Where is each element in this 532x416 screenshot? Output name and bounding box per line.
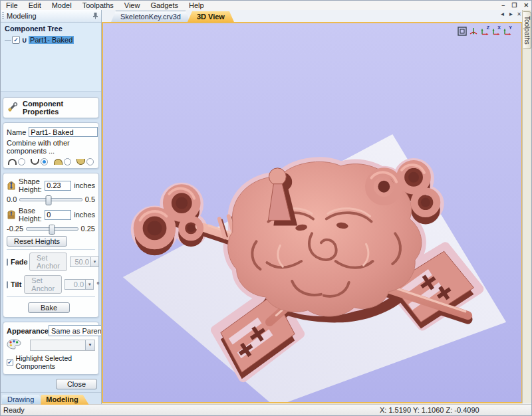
tree-connector	[5, 40, 11, 41]
tilt-label: Tilt	[11, 280, 21, 288]
zoom-extents-icon[interactable]	[458, 26, 467, 36]
bake-button[interactable]: Bake	[28, 302, 70, 313]
shape-height-slider: 0.0 0.5	[7, 195, 95, 203]
combine-add-option[interactable]	[8, 158, 25, 165]
menu-toolpaths[interactable]: Toolpaths	[77, 1, 119, 10]
fade-spinner[interactable]: 50.0 ▼	[70, 257, 99, 267]
combine-merge-low-option[interactable]	[76, 158, 94, 165]
color-dropdown-icon[interactable]: ▼	[85, 340, 94, 350]
panel-title: Modeling	[7, 12, 92, 20]
base-height-label: Base Height:	[19, 207, 42, 223]
divider	[7, 296, 95, 297]
fade-checkbox[interactable]	[7, 259, 8, 266]
combine-add-icon	[8, 159, 17, 165]
fade-dropdown-icon[interactable]: ▼	[90, 257, 98, 266]
name-label: Name	[7, 128, 26, 136]
combine-subtract-option[interactable]	[31, 158, 48, 165]
tree-item-label[interactable]: Part1- Baked	[29, 36, 74, 44]
application-window: File Edit Model Toolpaths View Gadgets H…	[0, 0, 532, 416]
menu-view[interactable]: View	[119, 1, 146, 10]
base-height-thumb[interactable]	[49, 225, 55, 235]
tab-scroll-left-icon[interactable]: ◄	[499, 11, 505, 17]
x-view-icon[interactable]: X	[491, 26, 501, 36]
appearance-select[interactable]: Same as Parent ▼	[49, 325, 101, 336]
fade-label: Fade	[11, 258, 27, 266]
base-height-max: 0.25	[81, 225, 95, 233]
base-height-min: -0.25	[7, 225, 23, 233]
tree-item-part1[interactable]: ✓ ∪ Part1- Baked	[5, 35, 97, 45]
status-bar: Ready X: 1.5190 Y: 1.1060 Z: -0.4090	[1, 404, 531, 415]
tab-modeling[interactable]: Modeling	[41, 395, 88, 405]
right-dock-strip: Toolpaths	[522, 10, 531, 403]
shape-height-icon	[7, 179, 16, 191]
tab-close-icon[interactable]: ✕	[517, 11, 521, 17]
tab-drawing[interactable]: Drawing	[2, 395, 45, 405]
combine-merge-high-option[interactable]	[54, 158, 71, 165]
tab-scroll-right-icon[interactable]: ►	[508, 11, 513, 17]
shape-height-units: inches	[74, 181, 95, 189]
tilt-set-anchor-button[interactable]: Set Anchor	[24, 275, 62, 294]
pin-icon[interactable]	[92, 12, 98, 21]
menu-gadgets[interactable]: Gadgets	[145, 1, 184, 10]
wrench-icon	[7, 101, 19, 114]
shape-height-field[interactable]	[45, 181, 71, 191]
skeleton-key-3d-model	[103, 23, 521, 402]
z-view-label: Z	[487, 25, 489, 31]
combine-subtract-icon	[31, 159, 39, 165]
highlight-checkbox[interactable]: ✓	[7, 359, 13, 366]
color-select[interactable]: ▼	[30, 340, 95, 351]
close-button[interactable]: Close	[56, 379, 97, 389]
tilt-spinner[interactable]: 0.0 ▼	[65, 279, 94, 290]
heights-box: Shape Height: inches 0.0 0.5 Base Height…	[3, 173, 99, 318]
tilt-unit: °	[96, 280, 99, 288]
menu-help[interactable]: Help	[184, 1, 209, 10]
menu-file[interactable]: File	[1, 1, 23, 10]
combine-merge-high-icon	[54, 159, 63, 165]
fade-set-anchor-button[interactable]: Set Anchor	[29, 253, 67, 271]
combine-mode-icon: ∪	[22, 36, 27, 45]
combine-merge-high-radio[interactable]	[64, 158, 71, 165]
combine-subtract-radio[interactable]	[41, 158, 48, 165]
menu-model[interactable]: Model	[47, 1, 77, 10]
shape-height-min: 0.0	[7, 195, 17, 203]
view-toolbar: Z X Y	[458, 26, 512, 36]
menu-edit[interactable]: Edit	[23, 1, 47, 10]
y-view-icon[interactable]: Y	[503, 26, 512, 36]
combine-add-radio[interactable]	[18, 158, 25, 165]
y-view-label: Y	[509, 25, 512, 31]
tree-item-checkbox[interactable]: ✓	[12, 36, 20, 44]
panel-header: Modeling	[1, 10, 101, 23]
properties-area: Component Properties Name Combine with o…	[1, 92, 101, 392]
modeling-panel: Modeling Component Tree ✓ ∪ Part1- Baked…	[1, 10, 102, 405]
tilt-checkbox[interactable]	[7, 281, 8, 288]
shape-height-thumb[interactable]	[45, 195, 51, 205]
restore-button[interactable]: ❐	[511, 2, 517, 9]
base-height-field[interactable]	[45, 210, 71, 220]
close-window-button[interactable]: ✕	[523, 2, 529, 9]
reset-heights-button[interactable]: Reset Heights	[7, 236, 67, 247]
toolpaths-tab[interactable]: Toolpaths	[523, 11, 531, 49]
combine-merge-low-icon	[76, 159, 85, 165]
isometric-view-icon[interactable]	[469, 26, 478, 36]
menu-bar: File Edit Model Toolpaths View Gadgets H…	[1, 1, 531, 11]
component-tree: Component Tree ✓ ∪ Part1- Baked	[1, 23, 101, 92]
window-controls: – ❐ ✕	[501, 1, 529, 10]
x-view-label: X	[497, 25, 501, 31]
palette-icon	[7, 339, 21, 351]
component-tree-header: Component Tree	[5, 25, 97, 33]
name-field[interactable]	[29, 127, 98, 137]
tab-file[interactable]: SkeletonKey.crv3d	[111, 11, 190, 22]
drag-grip[interactable]	[2, 12, 4, 20]
base-height-track[interactable]	[26, 227, 78, 231]
minimize-button[interactable]: –	[501, 2, 505, 9]
z-view-icon[interactable]: Z	[480, 26, 489, 36]
cursor-coordinates: X: 1.5190 Y: 1.1060 Z: -0.4090	[380, 406, 479, 414]
tilt-dropdown-icon[interactable]: ▼	[85, 280, 93, 289]
shape-height-track[interactable]	[19, 198, 82, 201]
viewport-3d[interactable]: Z X Y	[102, 22, 523, 403]
divider	[7, 249, 95, 250]
tab-navigation: ◄ ► ✕	[499, 11, 521, 17]
tab-3d-view[interactable]: 3D View	[188, 11, 234, 22]
fade-value: 50.0	[70, 257, 90, 266]
combine-merge-low-radio[interactable]	[86, 158, 94, 165]
